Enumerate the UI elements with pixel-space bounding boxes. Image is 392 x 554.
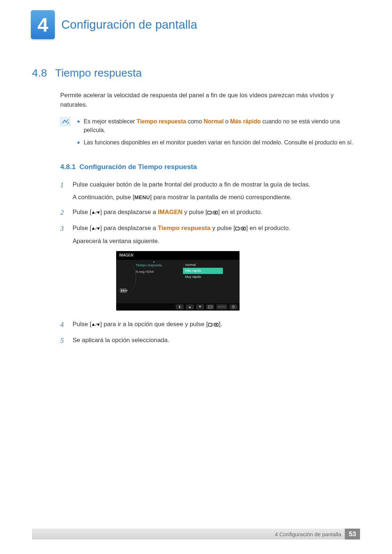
svg-text:/: / [212,210,213,215]
svg-marker-20 [179,306,181,307]
chevron-up-icon: ▲ [152,260,155,264]
svg-marker-33 [215,324,217,326]
subsection-heading: 4.8.1 Configuración de Tiempo respuesta [60,163,360,171]
step-number: 4 [60,319,67,330]
svg-rect-19 [124,290,126,292]
svg-rect-11 [236,227,239,230]
svg-rect-18 [123,290,124,292]
note-item: ● Es mejor establecer Tiempo respuesta c… [77,117,360,135]
section-title: Tiempo respuesta [55,67,142,79]
footer-text: 4 Configuración de pantalla [275,531,345,537]
svg-marker-27 [92,323,95,326]
osd-button-bar: AUTO [116,303,240,311]
step: 5 Se aplicará la opción seleccionada. [60,335,360,346]
osd-screenshot: IMAGEN ▲ Tiempo respuesta N.neg HDMI : [116,251,240,311]
highlight-text: Más rápido [230,118,261,124]
svg-marker-3 [97,212,100,214]
svg-text:/: / [95,323,97,327]
osd-menu-item: Tiempo respuesta [134,262,177,268]
svg-text:/: / [95,226,97,231]
battery-icon [120,288,128,293]
svg-marker-8 [92,227,95,230]
section-heading: 4.8 Tiempo respuesta [32,67,360,79]
bullet-icon: ● [77,117,80,125]
section-intro: Permite acelerar la velocidad de respues… [60,91,360,110]
svg-marker-22 [189,306,191,308]
svg-text:/: / [240,226,241,231]
step: 3 Pulse [/] para desplazarse a Tiempo re… [60,223,360,314]
osd-nav-button [196,304,204,309]
source-enter-icon: / [235,225,246,231]
svg-text:/: / [95,210,97,215]
highlight-text: IMAGEN [158,209,183,216]
osd-nav-button [176,304,184,309]
power-icon [229,304,237,309]
svg-text:/: / [213,323,214,327]
svg-rect-24 [208,306,212,308]
note-block: ● Es mejor establecer Tiempo respuesta c… [60,117,360,151]
highlight-text: Normal [204,118,224,124]
source-enter-icon: / [208,321,219,328]
svg-marker-23 [199,306,201,308]
svg-rect-16 [126,290,127,291]
svg-marker-29 [97,324,100,326]
osd-nav-button [206,304,214,309]
updown-arrows-icon: / [91,225,100,231]
osd-option: Muy rápido [183,274,223,280]
step-number: 2 [60,207,67,218]
step-number: 3 [60,223,67,234]
osd-auto-button: AUTO [216,304,227,309]
svg-rect-4 [208,211,211,214]
svg-marker-21 [179,307,181,308]
svg-rect-30 [208,323,212,326]
osd-nav-button [186,304,194,309]
bullet-icon: ● [77,138,80,146]
updown-arrows-icon: / [91,209,100,216]
svg-marker-14 [242,227,244,230]
step-number: 1 [60,180,67,190]
chapter-header: 4 Configuración de pantalla [31,10,197,39]
page-number: 53 [345,529,360,539]
osd-title: IMAGEN [116,251,240,260]
chapter-number-badge: 4 [31,10,55,39]
osd-option-selected: Más rápido [183,268,223,274]
note-icon [60,117,70,126]
page-footer: 4 Configuración de pantalla 53 [32,529,360,539]
section-number: 4.8 [32,67,47,79]
highlight-text: Tiempo respuesta [158,225,211,231]
menu-key: MENU [134,194,150,200]
source-enter-icon: / [207,209,218,216]
svg-marker-10 [97,227,100,230]
osd-menu-item: N.neg HDMI [134,268,177,275]
svg-rect-17 [121,290,122,292]
updown-arrows-icon: / [91,321,100,328]
osd-option: Normal [183,262,223,268]
note-item: ● Las funciones disponibles en el monito… [77,138,360,147]
chapter-title: Configuración de pantalla [61,18,197,32]
highlight-text: Tiempo respuesta [136,118,186,124]
step: 4 Pulse [/] para ir a la opción que dese… [60,319,360,330]
svg-marker-7 [215,212,216,214]
step: 1 Pulse cualquier botón de la parte fron… [60,180,360,202]
step-number: 5 [60,335,67,346]
step: 2 Pulse [/] para desplazarse a IMAGEN y … [60,207,360,218]
svg-marker-1 [92,211,95,214]
